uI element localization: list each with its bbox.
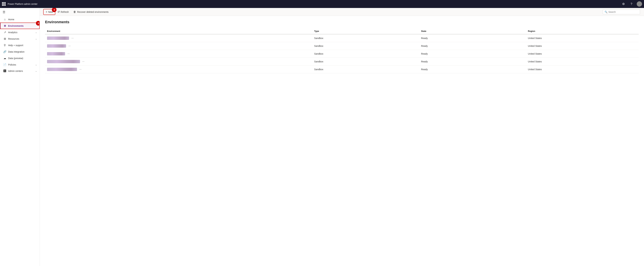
search-box[interactable]: 🔍 — [603, 10, 640, 14]
row-context-menu[interactable]: ··· — [66, 52, 70, 56]
env-type: Sandbox — [312, 34, 419, 42]
col-header-region: Region — [526, 28, 639, 34]
env-name-blurred: ████ ██████████ — [47, 68, 77, 71]
refresh-button[interactable]: ↺ Refresh — [56, 9, 71, 15]
help-icon[interactable]: ? — [629, 1, 634, 7]
sidebar-item-data-integration[interactable]: 🔗 Data integration — [0, 48, 40, 55]
page-title: Environments — [45, 20, 639, 24]
admin-centers-icon: 🅰 — [3, 70, 6, 73]
help-support-icon: ⚲ — [3, 44, 6, 47]
policies-icon: 📄 — [3, 63, 6, 66]
content-area: + New 4 ↺ Refresh 🗑 Recover deleted envi… — [40, 8, 644, 266]
topbar-right: ⚙ ? — [621, 1, 642, 7]
row-context-menu[interactable]: ··· — [70, 36, 74, 40]
new-button-label: New — [48, 11, 53, 13]
sidebar-item-label: Resources — [8, 38, 19, 40]
sidebar-item-home[interactable]: ⌂ Home — [0, 16, 40, 23]
env-name-cell: ████ ████··· — [47, 52, 310, 56]
topbar-left: Power Platform admin center — [2, 2, 38, 6]
search-input[interactable] — [608, 11, 638, 13]
recover-icon: 🗑 — [74, 11, 76, 14]
resources-icon: ⊞ — [3, 37, 6, 40]
home-icon: ⌂ — [3, 18, 6, 21]
sidebar-item-label: Environments — [8, 25, 24, 27]
env-type: Sandbox — [312, 58, 419, 66]
topbar-logo: Power Platform admin center — [8, 3, 38, 5]
toolbar: + New 4 ↺ Refresh 🗑 Recover deleted envi… — [40, 8, 644, 16]
env-region: United States — [526, 58, 639, 66]
env-state: Ready — [419, 58, 526, 66]
sidebar-menu-button[interactable]: ☰ — [0, 8, 40, 16]
settings-icon[interactable]: ⚙ — [621, 1, 626, 7]
env-name-blurred: ██████ ████ — [47, 37, 69, 40]
env-type: Sandbox — [312, 42, 419, 50]
env-type: Sandbox — [312, 50, 419, 58]
chevron-down-icon: ⌄ — [35, 31, 37, 34]
page-content: Environments Environment Type State Regi… — [40, 16, 644, 266]
chevron-down-icon: ⌄ — [35, 38, 37, 40]
table-row: ██████ ████···SandboxReadyUnited States — [45, 34, 639, 42]
environments-table: Environment Type State Region ██████ ███… — [45, 28, 639, 73]
refresh-icon: ↺ — [58, 10, 60, 14]
plus-icon: + — [46, 11, 47, 14]
env-region: United States — [526, 42, 639, 50]
col-header-state: State — [419, 28, 526, 34]
avatar[interactable] — [637, 1, 642, 7]
waffle-icon[interactable] — [2, 2, 6, 6]
sidebar: ☰ ⌂ Home ⊕ Environments 3 ↗ Analytics ⌄ … — [0, 8, 40, 266]
env-name-cell: ██████ ████··· — [47, 36, 310, 40]
topbar: Power Platform admin center ⚙ ? — [0, 0, 644, 8]
table-header-row: Environment Type State Region — [45, 28, 639, 34]
env-name-cell: ████ ██████████··· — [47, 68, 310, 71]
env-name-blurred: ████ ██ ██ — [47, 44, 66, 48]
env-name-cell: ████████████████··· — [47, 60, 310, 63]
env-region: United States — [526, 50, 639, 58]
env-state: Ready — [419, 50, 526, 58]
col-header-environment: Environment — [45, 28, 312, 34]
row-context-menu[interactable]: ··· — [81, 60, 86, 63]
row-context-menu[interactable]: ··· — [78, 68, 82, 71]
recover-button-label: Recover deleted environments — [77, 11, 108, 13]
sidebar-item-policies[interactable]: 📄 Policies ⌄ — [0, 61, 40, 68]
env-name-blurred: ████████████████ — [47, 60, 80, 63]
row-context-menu[interactable]: ··· — [68, 44, 72, 48]
sidebar-item-data-preview[interactable]: ☁ Data (preview) — [0, 55, 40, 61]
env-name-blurred: ████ ████ — [47, 52, 65, 55]
sidebar-item-admin-centers[interactable]: 🅰 Admin centers ⌄ — [0, 68, 40, 74]
recover-button[interactable]: 🗑 Recover deleted environments — [72, 10, 110, 15]
env-type: Sandbox — [312, 66, 419, 73]
sidebar-item-label: Data (preview) — [8, 57, 23, 60]
sidebar-item-resources[interactable]: ⊞ Resources ⌄ — [0, 36, 40, 42]
sidebar-item-label: Admin centers — [8, 70, 23, 72]
environments-icon: ⊕ — [3, 24, 6, 27]
toolbar-new-wrapper: + New 4 — [44, 10, 55, 15]
chevron-down-icon: ⌄ — [35, 70, 37, 72]
sidebar-item-label: Policies — [8, 63, 16, 66]
search-icon: 🔍 — [604, 11, 608, 13]
analytics-icon: ↗ — [3, 31, 6, 34]
sidebar-item-help-support[interactable]: ⚲ Help + support — [0, 42, 40, 48]
data-integration-icon: 🔗 — [3, 50, 6, 53]
env-state: Ready — [419, 34, 526, 42]
env-state: Ready — [419, 42, 526, 50]
main-layout: ☰ ⌂ Home ⊕ Environments 3 ↗ Analytics ⌄ … — [0, 8, 644, 266]
sidebar-item-analytics[interactable]: ↗ Analytics ⌄ — [0, 29, 40, 36]
table-row: ████████████████···SandboxReadyUnited St… — [45, 58, 639, 66]
topbar-title: Power Platform admin center — [8, 3, 38, 5]
sidebar-item-label: Data integration — [8, 50, 24, 53]
col-header-type: Type — [312, 28, 419, 34]
table-row: ████ ██████████···SandboxReadyUnited Sta… — [45, 66, 639, 73]
sidebar-item-label: Analytics — [8, 31, 18, 34]
table-row: ████ ██ ██···SandboxReadyUnited States — [45, 42, 639, 50]
env-region: United States — [526, 34, 639, 42]
new-button[interactable]: + New — [44, 10, 55, 15]
sidebar-item-environments[interactable]: ⊕ Environments — [0, 23, 40, 29]
table-row: ████ ████···SandboxReadyUnited States — [45, 50, 639, 58]
sidebar-item-label: Home — [8, 18, 14, 21]
data-preview-icon: ☁ — [3, 57, 6, 60]
sidebar-environments-wrapper: ⊕ Environments 3 — [0, 23, 40, 29]
hamburger-icon: ☰ — [3, 10, 5, 14]
sidebar-item-label: Help + support — [8, 44, 23, 47]
env-state: Ready — [419, 66, 526, 73]
env-region: United States — [526, 66, 639, 73]
